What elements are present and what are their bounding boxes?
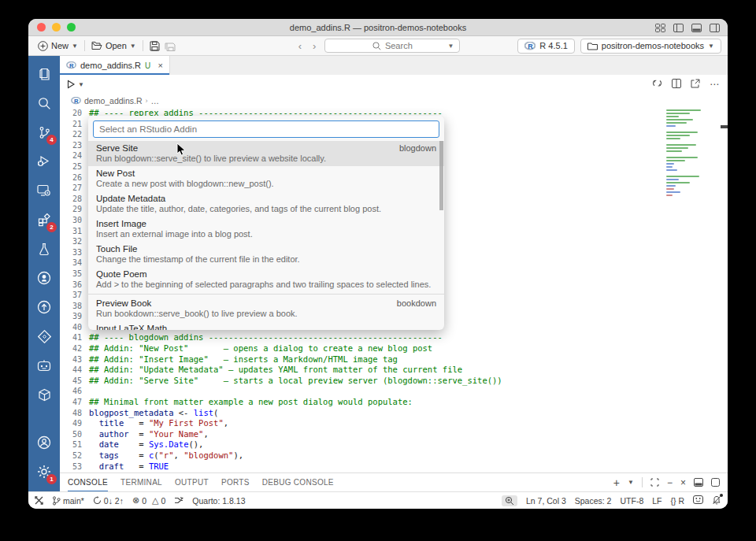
scrollbar-thumb[interactable] [439,141,443,210]
git-branch-status[interactable]: main* [52,496,84,506]
indentation[interactable]: Spaces: 2 [575,496,612,506]
toggle-secondary-sidebar-icon[interactable] [710,24,720,32]
breadcrumb-symbol[interactable]: … [151,96,160,106]
publish-icon[interactable] [33,295,55,319]
addin-package-tag: bookdown [397,298,436,308]
panel-tab-terminal[interactable]: TERMINAL [120,473,162,491]
panel-tab-ports[interactable]: PORTS [221,473,250,491]
code-line[interactable]: 48blogpost_metadata <- list( [60,408,728,419]
addin-item[interactable]: Preview BookbookdownRun bookdown::serve_… [88,296,444,321]
remote-icon [35,496,43,505]
addin-item[interactable]: New PostCreate a new post with blogdown:… [88,166,444,191]
customize-layout-icon[interactable] [655,24,665,32]
minimap-line [666,169,677,171]
workspace-button[interactable]: positron-demos-notebooks ▼ [580,39,721,54]
code-line[interactable]: 46 [60,386,728,397]
forward-button[interactable]: › [310,40,318,52]
assistant-icon[interactable] [33,354,55,377]
code-line[interactable]: 50 author = "Your Name", [60,429,728,440]
quarto-status[interactable]: Quarto: 1.8.13 [192,496,245,506]
packages-icon[interactable] [33,383,55,406]
code-line[interactable]: 51 date = Sys.Date(), [60,439,728,450]
restore-panel-icon[interactable] [650,476,659,490]
addin-search-field[interactable] [99,124,433,134]
tab-demo-addins[interactable]: R demo_addins.R U × [60,56,170,75]
panel-tab-output[interactable]: OUTPUT [175,473,209,491]
addin-item[interactable]: Touch FileChange the timestamp of the cu… [88,242,444,267]
open-button[interactable]: Open▼ [87,38,141,54]
toggle-sidebar-icon[interactable] [673,24,684,32]
problems-status[interactable]: ⊗ 0 △ 0 [132,495,165,506]
code-line[interactable]: 49 title = "My First Post", [60,418,728,429]
close-tab-icon[interactable]: × [158,61,163,70]
new-console-button[interactable]: + [613,477,620,488]
breadcrumb-file[interactable]: demo_addins.R [84,96,143,106]
cursor-position[interactable]: Ln 7, Col 3 [526,496,566,506]
split-editor-icon[interactable] [672,77,681,91]
code-line[interactable]: 42## Addin: "New Post" — opens a dialog … [60,343,728,354]
code-editor[interactable]: 20## ---- reprex addins ----------------… [60,108,728,472]
open-in-new-window-icon[interactable] [691,77,700,91]
github-icon[interactable] [33,266,55,290]
more-actions-icon[interactable]: ⋯ [710,79,720,90]
code-line[interactable]: 45## Addin: "Serve Site" — starts a loca… [60,376,728,387]
eol[interactable]: LF [652,496,662,506]
account-icon[interactable] [33,431,55,454]
new-button-label: New [51,41,69,50]
code-line[interactable]: 41## ---- blogdown addins --------------… [60,332,728,343]
addin-item[interactable]: Insert ImageInsert an external image int… [88,217,444,242]
code-line[interactable]: 53 draft = TRUE [60,461,728,472]
workspace-label: positron-demos-notebooks [602,41,704,50]
addin-item[interactable]: Quote PoemAdd > to the beginning of sele… [88,267,444,292]
addin-item[interactable]: Serve SiteblogdownRun blogdown::serve_si… [88,141,444,166]
fork-status[interactable] [174,496,183,505]
run-debug-icon[interactable] [33,150,55,173]
maximize-panel-icon[interactable] [711,476,720,490]
save-button[interactable] [145,38,165,54]
panel-tab-debug-console[interactable]: DEBUG CONSOLE [262,473,334,491]
toggle-panel-icon[interactable] [691,24,702,32]
testing-icon[interactable] [33,237,55,261]
feedback-button[interactable] [693,495,703,506]
play-icon [66,80,76,89]
zoom-control[interactable] [502,495,517,506]
global-search-box[interactable]: Search ▼ [324,39,460,53]
sessions-icon[interactable] [33,179,55,202]
settings-gear-icon[interactable]: 1 [33,460,55,484]
panel-layout-icon[interactable] [694,476,703,490]
run-file-button[interactable]: ▼ [66,80,84,89]
close-panel-icon[interactable]: × [680,477,686,488]
encoding[interactable]: UTF-8 [620,496,643,506]
minimap[interactable] [666,109,715,198]
minimap-line [666,163,674,165]
interpreter-button[interactable]: R R 4.5.1 [517,39,574,54]
addin-item[interactable]: Input LaTeX Math [88,321,444,330]
code-line[interactable]: 47## Minimal front matter example a new … [60,397,728,408]
save-all-button[interactable] [165,38,180,54]
svg-text:R: R [74,98,79,105]
panel-tab-console[interactable]: CONSOLE [68,473,108,491]
explorer-icon[interactable] [33,62,55,86]
source-file-icon[interactable] [652,77,662,91]
line-number: 48 [60,408,82,419]
addin-search-input[interactable] [93,120,439,138]
sync-status[interactable]: 0↓ 2↑ [93,496,124,506]
line-number: 50 [60,429,82,440]
code-line[interactable]: 44## Addin: "Update Metadata" — updates … [60,365,728,376]
search-icon[interactable] [33,91,55,115]
source-control-icon[interactable]: 4 [33,120,55,144]
breadcrumb[interactable]: R demo_addins.R › … [60,94,728,108]
code-line[interactable]: 43## Addin: "Insert Image" — inserts a M… [60,354,728,365]
language-mode[interactable]: {} R [670,496,684,506]
code-line[interactable]: 52 tags = c("r", "blogdown"), [60,450,728,461]
fork-icon [174,496,183,505]
notifications-button[interactable] [712,495,721,506]
back-button[interactable]: ‹ [296,40,304,52]
remote-indicator[interactable] [35,496,43,505]
minimize-panel-icon[interactable]: − [667,477,673,488]
new-button[interactable]: New▼ [33,38,83,54]
quarto-icon[interactable] [33,324,55,348]
addin-item[interactable]: Update MetadataUpdate the title, author,… [88,191,444,217]
extensions-icon[interactable]: 2 [33,208,55,232]
chevron-down-icon[interactable]: ▼ [628,479,634,486]
